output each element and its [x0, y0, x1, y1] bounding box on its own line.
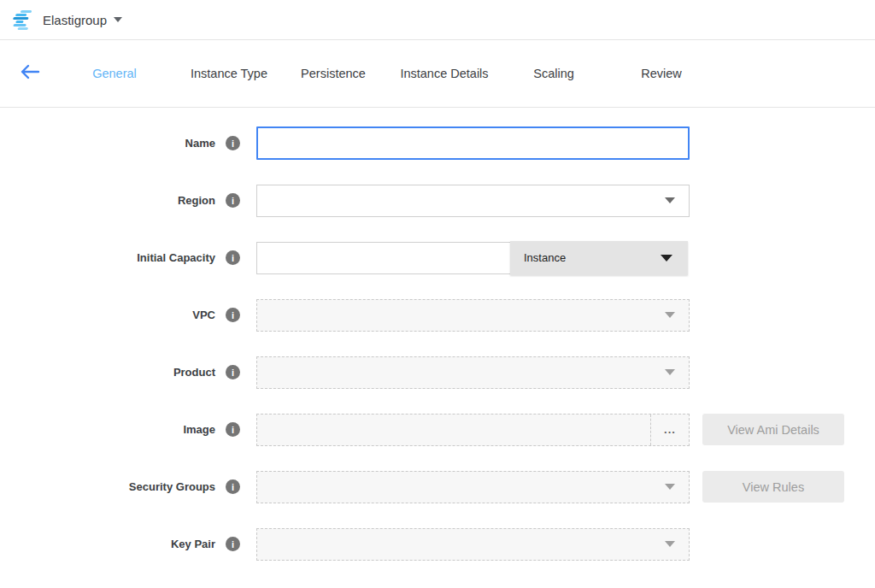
- name-label: Name: [185, 137, 215, 150]
- region-dropdown[interactable]: [256, 185, 690, 217]
- chevron-down-icon: [665, 541, 675, 547]
- app-header: Elastigroup: [0, 0, 875, 40]
- name-input[interactable]: [256, 126, 690, 160]
- info-icon[interactable]: i: [226, 422, 240, 437]
- arrow-left-icon: [20, 63, 40, 84]
- form-row-product: Product i: [0, 356, 875, 389]
- region-label: Region: [178, 194, 215, 207]
- app-title[interactable]: Elastigroup: [43, 13, 107, 27]
- info-icon[interactable]: i: [226, 193, 240, 208]
- form-row-security-groups: Security Groups i View Rules: [0, 470, 875, 503]
- form-row-vpc: VPC i: [0, 298, 875, 332]
- initial-capacity-label: Initial Capacity: [137, 251, 215, 264]
- image-label: Image: [183, 423, 215, 436]
- tab-review[interactable]: Review: [627, 60, 696, 87]
- chevron-down-icon: [665, 369, 675, 375]
- view-ami-details-button[interactable]: View Ami Details: [702, 414, 844, 445]
- vpc-dropdown: [256, 299, 690, 332]
- info-icon[interactable]: i: [226, 537, 240, 551]
- chevron-down-icon: [665, 197, 675, 203]
- chevron-down-icon[interactable]: [114, 17, 122, 22]
- security-groups-label: Security Groups: [129, 480, 215, 493]
- info-icon[interactable]: i: [226, 308, 240, 322]
- chevron-down-icon: [661, 255, 672, 262]
- form-row-image: Image i ... View Ami Details: [0, 413, 875, 446]
- form-row-key-pair: Key Pair i: [0, 527, 875, 561]
- info-icon[interactable]: i: [226, 136, 240, 150]
- image-picker: ...: [256, 414, 690, 446]
- info-icon[interactable]: i: [226, 365, 240, 379]
- wizard-tab-bar: General Instance Type Persistence Instan…: [0, 40, 875, 108]
- back-button[interactable]: [17, 61, 43, 86]
- image-value: [257, 415, 650, 445]
- product-dropdown: [256, 356, 690, 389]
- tab-instance-details[interactable]: Instance Details: [388, 60, 501, 87]
- form-row-region: Region i: [0, 184, 875, 217]
- key-pair-dropdown: [256, 528, 690, 561]
- elastigroup-logo-icon: [9, 9, 36, 30]
- view-rules-button[interactable]: View Rules: [702, 471, 844, 503]
- capacity-unit-value: Instance: [524, 251, 566, 264]
- tab-persistence[interactable]: Persistence: [289, 60, 378, 87]
- capacity-unit-dropdown[interactable]: Instance: [510, 241, 688, 275]
- vpc-label: VPC: [192, 309, 215, 321]
- key-pair-label: Key Pair: [171, 538, 215, 550]
- tab-general[interactable]: General: [75, 60, 154, 87]
- initial-capacity-input[interactable]: [256, 242, 510, 274]
- general-settings-form: Name i Region i Initial Capacity i Insta…: [0, 108, 875, 561]
- chevron-down-icon: [665, 484, 675, 490]
- chevron-down-icon: [665, 312, 675, 318]
- tab-instance-type[interactable]: Instance Type: [178, 60, 280, 87]
- product-label: Product: [173, 366, 215, 379]
- image-browse-button[interactable]: ...: [650, 415, 689, 445]
- info-icon[interactable]: i: [226, 479, 240, 494]
- form-row-initial-capacity: Initial Capacity i Instance: [0, 241, 875, 274]
- info-icon[interactable]: i: [226, 250, 240, 265]
- form-row-name: Name i: [0, 126, 875, 160]
- security-groups-dropdown: [256, 471, 690, 503]
- tab-scaling[interactable]: Scaling: [520, 60, 588, 87]
